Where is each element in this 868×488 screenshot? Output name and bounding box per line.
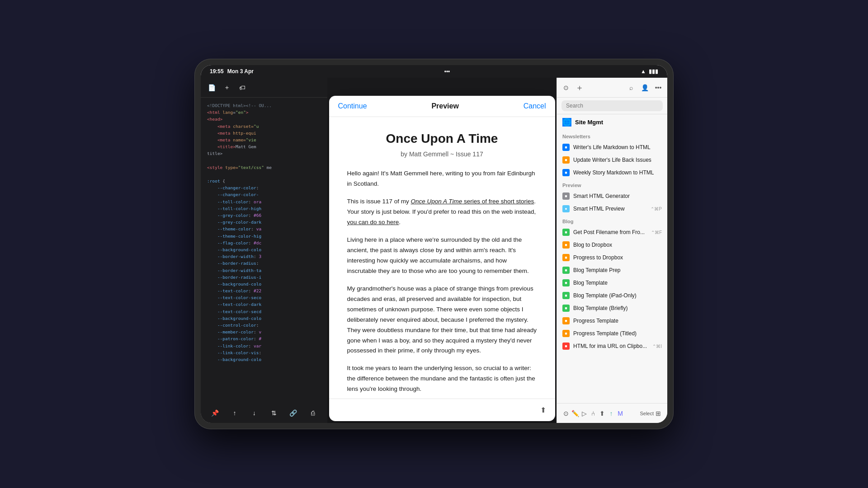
article-title: Once Upon A Time: [347, 131, 537, 147]
sidebar-item-get-post-filename[interactable]: ■ Get Post Filename from Fro... ⌃⌘F: [557, 226, 667, 239]
article-paragraph-1: Hello again! It's Matt Gemmell here, wri…: [347, 169, 537, 189]
smart-html-preview-shortcut: ⌃⌘P: [651, 206, 662, 211]
modal-overlay: Continue Preview Cancel Once Upon A Time…: [327, 78, 557, 423]
sidebar-bottom-play-icon[interactable]: ▷: [580, 409, 589, 418]
blog-section-title: Blog: [557, 215, 667, 226]
site-mgmt-title: Site Mgmt: [575, 119, 603, 126]
code-line: <title>Matt Gem: [207, 143, 321, 150]
wifi-icon: ▲: [641, 68, 646, 75]
code-line: --background-colo: [207, 246, 321, 253]
share-action-icon[interactable]: ⬆: [539, 406, 548, 415]
cancel-button[interactable]: Cancel: [524, 102, 546, 110]
code-line: --grey-color-dark: [207, 219, 321, 225]
code-line: <meta http-equi: [207, 130, 321, 136]
sidebar-bottom-edit-icon[interactable]: ✏️: [571, 409, 580, 418]
three-dots-icon: •••: [444, 68, 450, 75]
preview-section-title: Preview: [557, 179, 667, 190]
preview-icon-2: ●: [562, 205, 570, 212]
modal-content: Once Upon A Time by Matt Gemmell ~ Issue…: [329, 117, 555, 399]
code-line: <style type="text/css" me: [207, 164, 321, 171]
sidebar-item-html-img-url[interactable]: ■ HTML for ima URL on Clipbo... ⌃⌘I: [557, 340, 667, 352]
newsletter-icon-3: ■: [562, 169, 570, 176]
preview-icon-1: ■: [562, 192, 570, 200]
sidebar-back-icon[interactable]: ⊙: [561, 83, 571, 92]
blog-icon-2: ■: [562, 241, 570, 249]
blog-icon-3: ■: [562, 254, 570, 261]
up-arrow-icon[interactable]: ↑: [227, 406, 242, 420]
code-line: --background-colo: [207, 315, 321, 322]
preview-area: Continue Preview Cancel Once Upon A Time…: [327, 78, 557, 423]
code-line: --toll-color-high: [207, 205, 321, 212]
sidebar-bottom-bar: ⊙ ✏️ ▷ ⑃ ⬆ ↑ M Select ⊞: [557, 403, 667, 423]
sidebar-bottom-upload-icon[interactable]: ↑: [607, 409, 616, 418]
newsletter-icon-1: ■: [562, 144, 570, 151]
sidebar-item-blog-dropbox[interactable]: ■ Blog to Dropbox: [557, 239, 667, 251]
code-line: --border-width-ta: [207, 267, 321, 274]
code-line: --text-color: #22: [207, 287, 321, 294]
sidebar-item-progress-dropbox[interactable]: ■ Progress to Dropbox: [557, 251, 667, 264]
status-date: Mon 3 Apr: [227, 68, 254, 75]
sidebar-item-smart-html-preview[interactable]: ● Smart HTML Preview ⌃⌘P: [557, 202, 667, 215]
sidebar-add-icon[interactable]: ＋: [575, 83, 584, 92]
sidebar-item-weekly-story-md[interactable]: ■ Weekly Story Markdown to HTML: [557, 166, 667, 179]
code-line: --link-color: var: [207, 343, 321, 349]
sidebar-item-blog-template-briefly[interactable]: ■ Blog Template (Briefly): [557, 302, 667, 314]
sidebar-bottom-mastodon-icon[interactable]: M: [616, 409, 625, 418]
sidebar-item-label: Writer's Life Markdown to HTML: [573, 144, 651, 150]
link-icon[interactable]: 🔗: [286, 406, 301, 420]
web-link[interactable]: you can do so here: [347, 219, 399, 225]
sidebar-item-blog-template-prep[interactable]: ■ Blog Template Prep: [557, 264, 667, 277]
code-line: --border-radius:: [207, 260, 321, 267]
sidebar-bottom-home-icon[interactable]: ⊙: [561, 409, 571, 418]
sidebar-item-update-writers-life[interactable]: ■ Update Writer's Life Back Issues: [557, 154, 667, 166]
series-link[interactable]: Once Upon A Time series of free short st…: [411, 198, 534, 205]
share-icon[interactable]: ⎙: [306, 406, 320, 420]
tag-icon[interactable]: 🏷: [238, 83, 247, 92]
sidebar-item-blog-template[interactable]: ■ Blog Template: [557, 277, 667, 289]
sidebar-search-bar: [557, 98, 667, 114]
get-post-shortcut: ⌃⌘F: [651, 230, 662, 235]
editor-bottom-toolbar: 📌 ↑ ↓ ⇅ 🔗 ⎙: [201, 403, 327, 423]
sidebar-item-progress-template[interactable]: ■ Progress Template: [557, 314, 667, 327]
pin-icon[interactable]: 📌: [208, 406, 222, 420]
sidebar-item-writers-life-md[interactable]: ■ Writer's Life Markdown to HTML: [557, 141, 667, 154]
site-mgmt-header: 🌐 Site Mgmt: [557, 114, 667, 130]
newsletters-section-title: Newsletters: [557, 130, 667, 141]
blog-icon-1: ■: [562, 229, 570, 236]
code-line: --changer-color:: [207, 184, 321, 191]
new-doc-icon[interactable]: 📄: [207, 83, 216, 92]
code-line: --link-color-vis:: [207, 349, 321, 356]
sidebar-item-label: Blog Template (iPad-Only): [573, 292, 637, 299]
sidebar-bottom-branch-icon[interactable]: ⑃: [589, 409, 598, 418]
ipad-screen: 19:55 Mon 3 Apr ••• ▲ ▮▮▮ 📄 ＋ 🏷 <: [201, 65, 667, 423]
add-icon[interactable]: ＋: [222, 83, 231, 92]
sidebar-item-smart-html-gen[interactable]: ■ Smart HTML Generator: [557, 190, 667, 202]
status-time: 19:55: [210, 68, 224, 75]
sidebar-item-label: Get Post Filename from Fro...: [573, 229, 645, 235]
sidebar-search-icon[interactable]: ⌕: [627, 83, 636, 92]
code-line: --text-color-secd: [207, 308, 321, 315]
sidebar-select-label[interactable]: Select: [640, 411, 654, 416]
code-line: --member-color: v: [207, 328, 321, 335]
sidebar-item-blog-template-ipad[interactable]: ■ Blog Template (iPad-Only): [557, 289, 667, 302]
code-line: --control-color:: [207, 322, 321, 328]
sidebar-bottom-more-icon[interactable]: ⊞: [654, 409, 663, 418]
article-paragraph-2: This is issue 117 of my Once Upon A Time…: [347, 197, 537, 228]
continue-button[interactable]: Continue: [338, 102, 367, 110]
up-down-arrows-icon[interactable]: ⇅: [267, 406, 281, 420]
code-line: --background-colo: [207, 281, 321, 287]
code-line: --toll-color: ora: [207, 198, 321, 205]
article-body: Hello again! It's Matt Gemmell here, wri…: [347, 169, 537, 399]
sidebar-more-icon[interactable]: •••: [654, 83, 663, 92]
sidebar-person-icon[interactable]: 👤: [640, 83, 649, 92]
down-arrow-icon[interactable]: ↓: [247, 406, 261, 420]
code-line: --theme-color: va: [207, 225, 321, 232]
sidebar-item-progress-template-titled[interactable]: ■ Progress Template (Titled): [557, 327, 667, 340]
sidebar-toolbar-right: ⌕ 👤 •••: [627, 83, 663, 92]
code-line: --grey-color: #66: [207, 212, 321, 219]
sidebar-search-input[interactable]: [561, 100, 663, 111]
code-line: [207, 171, 321, 178]
modal-footer: ⬆: [329, 399, 555, 421]
sidebar-item-label: HTML for ima URL on Clipbo...: [573, 343, 647, 349]
sidebar-bottom-share-icon[interactable]: ⬆: [598, 409, 607, 418]
